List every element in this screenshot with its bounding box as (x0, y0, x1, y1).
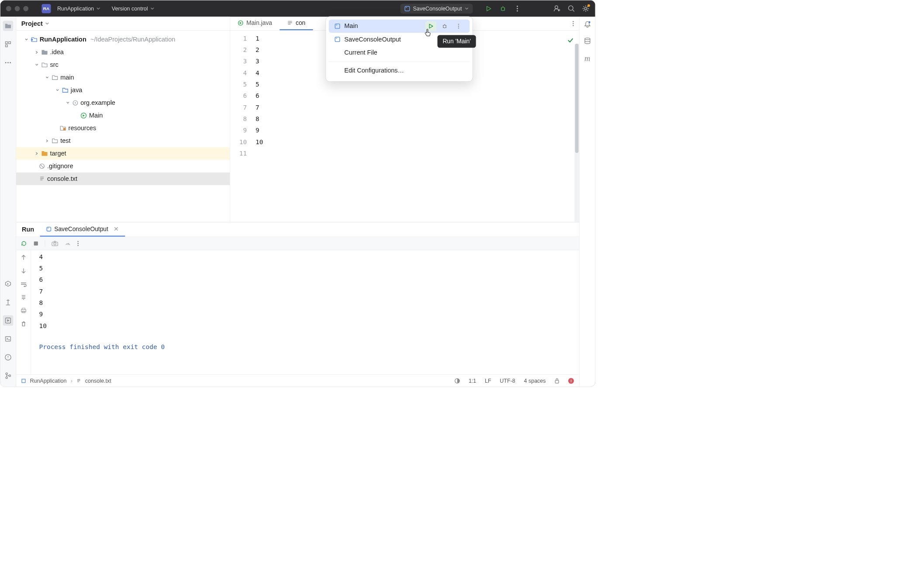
chevron-down-icon (45, 21, 49, 25)
structure-tool-icon[interactable] (3, 39, 14, 49)
clear-icon[interactable] (21, 321, 26, 327)
debug-button[interactable] (499, 5, 507, 12)
project-tool-icon[interactable] (3, 21, 14, 31)
settings-icon[interactable] (582, 5, 589, 12)
collab-icon[interactable] (553, 5, 561, 12)
svg-point-18 (6, 373, 7, 374)
scroll-up-icon[interactable] (21, 254, 26, 260)
vcs-dropdown[interactable]: Version control (112, 5, 154, 11)
left-tool-rail (0, 17, 16, 387)
tree-root[interactable]: RunApplication ~/IdeaProjects/RunApplica… (16, 33, 230, 46)
popup-more-icon[interactable] (453, 21, 464, 31)
run-tool-icon[interactable] (3, 315, 14, 326)
tree-node-console[interactable]: console.txt (16, 173, 230, 185)
project-panel-header[interactable]: Project (16, 17, 230, 31)
build-tool-icon[interactable] (3, 297, 14, 308)
run-config-selector[interactable]: SaveConsoleOutput (401, 3, 473, 13)
svg-rect-48 (22, 308, 25, 309)
close-tab-icon[interactable]: ✕ (114, 226, 119, 233)
svg-rect-21 (31, 39, 33, 41)
svg-rect-31 (335, 24, 340, 29)
readonly-lock-icon[interactable] (554, 378, 560, 384)
terminal-tool-icon[interactable] (3, 334, 14, 344)
tree-node-src[interactable]: src (16, 59, 230, 71)
run-output[interactable]: 4 5 6 7 8 9 10 Process finished with exi… (31, 250, 579, 374)
file-encoding[interactable]: UTF-8 (500, 377, 515, 384)
chevron-down-icon (150, 7, 154, 10)
popup-item-main[interactable]: Main (329, 20, 470, 33)
run-button[interactable] (485, 5, 492, 12)
tree-node-main[interactable]: main (16, 71, 230, 84)
title-bar: RA RunApplication Version control SaveCo… (0, 0, 595, 17)
search-icon[interactable] (568, 5, 575, 12)
breadcrumb-root-icon (21, 378, 26, 383)
vcs-label: Version control (112, 5, 148, 11)
soft-wrap-icon[interactable] (20, 282, 26, 287)
package-icon (73, 100, 78, 106)
project-badge: RA (41, 4, 51, 13)
run-tool-window: Run SaveConsoleOutput ✕ (16, 222, 579, 375)
editor-tab-console[interactable]: con (280, 17, 313, 30)
tree-node-main-class[interactable]: Main (16, 109, 230, 122)
svg-rect-10 (9, 42, 11, 44)
tree-node-package[interactable]: org.example (16, 97, 230, 109)
tree-node-java[interactable]: java (16, 84, 230, 97)
popup-item-edit-config[interactable]: Edit Configurations… (329, 64, 470, 77)
svg-point-14 (10, 62, 11, 63)
tree-node-idea[interactable]: .idea (16, 46, 230, 59)
editor-tab-main[interactable]: Main.java (230, 17, 280, 30)
print-icon[interactable] (20, 308, 26, 313)
svg-rect-38 (336, 38, 337, 38)
services-tool-icon[interactable] (3, 279, 14, 289)
more-tools-icon[interactable] (3, 58, 14, 68)
scroll-down-icon[interactable] (21, 268, 26, 274)
svg-rect-25 (63, 128, 66, 130)
rerun-button[interactable] (21, 240, 27, 246)
profiler-button[interactable] (65, 240, 71, 246)
run-tool-label[interactable]: Run (16, 222, 40, 236)
line-separator[interactable]: LF (485, 377, 491, 384)
cursor-position[interactable]: 1:1 (469, 377, 476, 384)
more-icon[interactable] (514, 5, 521, 12)
window-controls[interactable] (6, 6, 28, 11)
tree-node-gitignore[interactable]: .gitignore (16, 160, 230, 173)
text-file-icon (39, 176, 45, 182)
maven-icon[interactable]: m (584, 54, 590, 63)
chevron-down-icon (96, 7, 100, 10)
folder-icon (52, 138, 58, 143)
database-icon[interactable] (584, 38, 591, 45)
popup-run-button[interactable] (425, 21, 436, 31)
run-tool-tab[interactable]: SaveConsoleOutput ✕ (40, 222, 125, 236)
svg-rect-32 (336, 25, 337, 25)
folder-icon (41, 62, 48, 68)
popup-item-current-file[interactable]: Current File (329, 46, 470, 59)
toolbar-more-icon[interactable] (77, 240, 79, 246)
tree-root-path: ~/IdeaProjects/RunApplication (90, 36, 175, 43)
tree-node-resources[interactable]: resources (16, 122, 230, 135)
popup-debug-button[interactable] (439, 21, 450, 31)
breadcrumb-file[interactable]: console.txt (85, 377, 111, 384)
indent-setting[interactable]: 4 spaces (524, 377, 546, 384)
class-runnable-icon (238, 20, 243, 26)
project-tree[interactable]: RunApplication ~/IdeaProjects/RunApplica… (16, 31, 230, 222)
notifications-icon[interactable] (584, 21, 591, 28)
theme-toggle-icon[interactable] (454, 378, 460, 384)
text-file-icon (76, 378, 81, 383)
svg-rect-52 (555, 380, 559, 383)
breadcrumb-root[interactable]: RunApplication (30, 377, 66, 384)
editor-scrollbar[interactable] (574, 44, 579, 222)
svg-point-43 (54, 242, 56, 245)
project-name-dropdown[interactable]: RunApplication (57, 5, 100, 11)
tree-node-target[interactable]: target (16, 147, 230, 160)
inspection-ok-icon[interactable] (567, 37, 574, 44)
svg-point-44 (77, 241, 79, 242)
screenshot-button[interactable] (52, 240, 59, 246)
folder-icon (41, 50, 48, 55)
tree-node-test[interactable]: test (16, 135, 230, 147)
stop-button[interactable] (33, 241, 38, 246)
error-indicator-icon[interactable]: ! (568, 378, 574, 384)
scroll-to-end-icon[interactable] (21, 294, 26, 300)
problems-tool-icon[interactable] (3, 352, 14, 363)
vcs-tool-icon[interactable] (3, 370, 14, 381)
editor-panel: Main.java con 1 2 3 (230, 17, 579, 222)
